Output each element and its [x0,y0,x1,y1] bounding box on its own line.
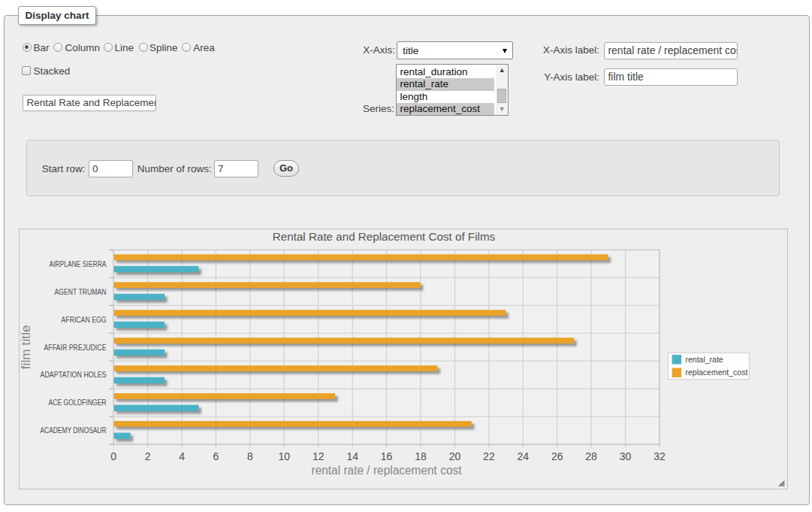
svg-text:AFRICAN EGG: AFRICAN EGG [62,316,107,324]
svg-text:rental_rate: rental_rate [686,355,723,364]
svg-text:AGENT TRUMAN: AGENT TRUMAN [55,288,107,296]
svg-text:30: 30 [620,450,632,462]
svg-text:2: 2 [145,450,151,462]
svg-text:rental rate / replacement cost: rental rate / replacement cost [312,464,463,477]
svg-text:22: 22 [483,450,495,462]
svg-text:28: 28 [585,450,597,462]
svg-text:10: 10 [279,450,291,462]
svg-text:18: 18 [415,450,427,462]
svg-text:0: 0 [110,450,116,462]
svg-text:ACADEMY DINOSAUR: ACADEMY DINOSAUR [41,426,107,435]
svg-text:6: 6 [213,450,219,462]
svg-text:ACE GOLDFINGER: ACE GOLDFINGER [49,398,107,407]
svg-text:32: 32 [654,450,666,462]
svg-text:4: 4 [179,450,185,462]
svg-text:20: 20 [449,450,461,462]
svg-text:24: 24 [518,450,530,462]
svg-text:26: 26 [551,450,563,462]
svg-text:12: 12 [312,450,324,462]
svg-text:replacement_cost: replacement_cost [686,368,748,377]
svg-text:16: 16 [381,450,393,462]
svg-text:AIRPLANE SIERRA: AIRPLANE SIERRA [50,260,107,268]
svg-text:film title: film title [20,325,32,369]
svg-text:AFFAIR PREJUDICE: AFFAIR PREJUDICE [44,344,107,352]
svg-text:Rental Rate and Replacement Co: Rental Rate and Replacement Cost of Film… [273,230,496,243]
svg-text:8: 8 [247,450,253,462]
svg-text:14: 14 [346,450,358,462]
svg-text:ADAPTATION HOLES: ADAPTATION HOLES [41,371,107,379]
